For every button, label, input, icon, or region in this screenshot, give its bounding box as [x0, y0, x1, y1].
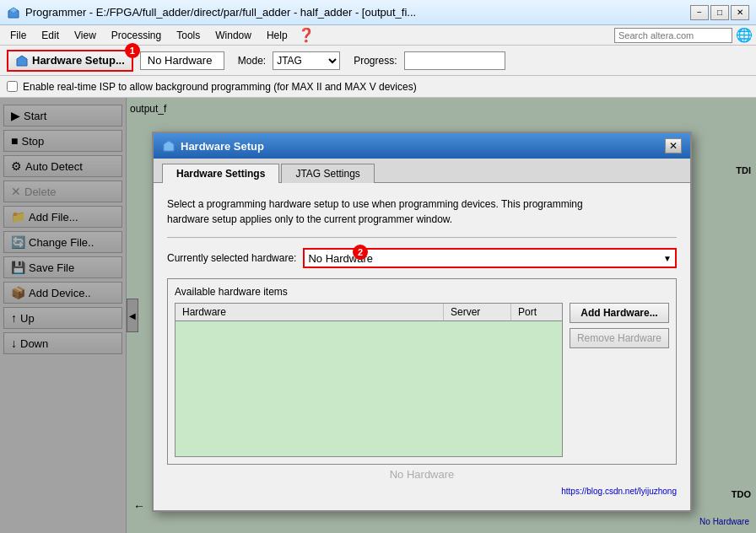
title-text: Programmer - E:/FPGA/full_adder/direct/p…	[25, 6, 416, 19]
title-bar: Programmer - E:/FPGA/full_adder/direct/p…	[0, 0, 756, 25]
bottom-link: https://blog.csdn.net/lyijuzhong	[561, 487, 677, 496]
hw-status-text: No Hardware	[148, 54, 213, 67]
hw-table-wrap: Hardware Server Port Add Hardware... Rem…	[175, 303, 669, 457]
dialog-title-text: Hardware Setup	[181, 140, 264, 153]
dialog-title-left: Hardware Setup	[162, 139, 264, 153]
dialog-tabs: Hardware Settings JTAG Settings	[154, 159, 690, 183]
hw-setup-button[interactable]: Hardware Setup...	[7, 50, 133, 72]
help-icon: ❓	[298, 27, 315, 43]
hw-table-body	[176, 321, 562, 456]
menu-tools[interactable]: Tools	[170, 28, 207, 43]
isp-bar: Enable real-time ISP to allow background…	[0, 76, 756, 98]
remove-hardware-button[interactable]: Remove Hardware	[570, 328, 669, 348]
hw-status-box: No Hardware	[140, 51, 224, 70]
dropdown-arrow-icon: ▼	[663, 254, 672, 263]
app-icon	[7, 6, 20, 19]
title-bar-controls: − □ ✕	[690, 5, 749, 20]
menu-view[interactable]: View	[68, 28, 103, 43]
step-1-badge: 1	[125, 43, 140, 58]
hardware-setup-dialog: Hardware Setup ✕ Hardware Settings JTAG …	[152, 132, 692, 512]
search-area: 🌐	[614, 27, 753, 43]
available-hardware-section: Available hardware items Hardware Server…	[167, 278, 677, 465]
no-hardware-watermark: No Hardware	[167, 468, 677, 481]
menu-processing[interactable]: Processing	[105, 28, 168, 43]
dialog-close-button[interactable]: ✕	[665, 138, 682, 153]
isp-checkbox[interactable]	[7, 81, 18, 92]
dialog-body: Select a programming hardware setup to u…	[154, 183, 690, 510]
hw-selector-label: Currently selected hardware:	[167, 252, 296, 264]
close-button[interactable]: ✕	[731, 5, 749, 20]
available-hw-title: Available hardware items	[175, 286, 669, 298]
hw-action-buttons: Add Hardware... Remove Hardware	[570, 303, 669, 457]
dialog-icon	[162, 139, 176, 153]
col-port: Port	[511, 304, 562, 320]
svg-marker-2	[17, 56, 27, 66]
svg-marker-3	[164, 141, 174, 151]
menu-help[interactable]: Help	[260, 28, 294, 43]
maximize-button[interactable]: □	[710, 5, 729, 20]
menu-edit[interactable]: Edit	[35, 28, 66, 43]
title-bar-left: Programmer - E:/FPGA/full_adder/direct/p…	[7, 6, 416, 19]
col-hardware: Hardware	[176, 304, 444, 320]
isp-label: Enable real-time ISP to allow background…	[23, 81, 417, 93]
minimize-button[interactable]: −	[690, 5, 709, 20]
dialog-titlebar: Hardware Setup ✕	[154, 133, 690, 159]
globe-icon: 🌐	[736, 27, 753, 43]
menu-bar: File Edit View Processing Tools Window H…	[0, 25, 756, 46]
add-hardware-button[interactable]: Add Hardware...	[570, 303, 669, 323]
mode-label: Mode:	[238, 55, 266, 67]
bottom-link-area: https://blog.csdn.net/lyijuzhong	[167, 484, 677, 497]
col-server: Server	[444, 304, 511, 320]
progress-label: Progress:	[354, 55, 397, 67]
menu-window[interactable]: Window	[208, 28, 258, 43]
dialog-divider	[167, 237, 677, 238]
progress-box	[404, 51, 505, 70]
hw-table: Hardware Server Port	[175, 303, 563, 457]
toolbar: Hardware Setup... 1 No Hardware Mode: JT…	[0, 46, 756, 76]
tab-hardware-settings[interactable]: Hardware Settings	[162, 164, 279, 183]
tab-jtag-settings[interactable]: JTAG Settings	[281, 164, 374, 183]
dialog-description: Select a programming hardware setup to u…	[167, 197, 677, 227]
hw-setup-wrap: Hardware Setup... 1	[7, 50, 133, 72]
mode-select[interactable]: JTAG	[273, 51, 340, 70]
hw-table-header: Hardware Server Port	[176, 304, 562, 321]
step-2-badge: 2	[353, 245, 368, 260]
hw-setup-icon	[15, 54, 29, 67]
hw-selector-row: Currently selected hardware: No Hardware…	[167, 248, 677, 268]
main-area: ▶ Start ■ Stop ⚙ Auto Detect ✕ Delete 📁 …	[0, 98, 756, 533]
search-input[interactable]	[614, 28, 732, 43]
menu-file[interactable]: File	[3, 28, 33, 43]
